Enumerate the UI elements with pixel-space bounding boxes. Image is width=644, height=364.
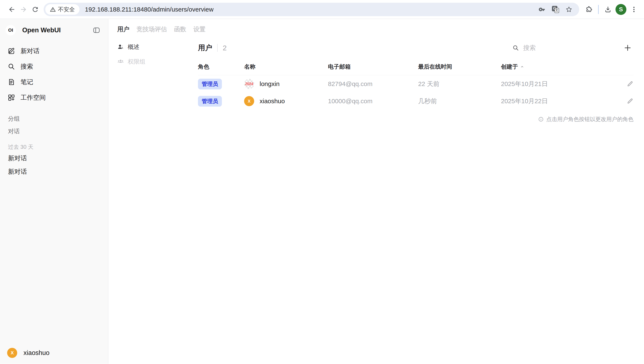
title-divider [217, 44, 218, 52]
plus-icon [624, 44, 632, 52]
user-avatar: X [244, 96, 254, 106]
col-created[interactable]: 创建于 [501, 63, 619, 71]
user-avatar: 2024 [244, 79, 254, 89]
user-created: 2025年10月22日 [501, 97, 619, 106]
download-icon[interactable] [602, 4, 614, 15]
sidebar-item-label: 笔记 [20, 78, 33, 87]
sidebar-item-chats[interactable]: 对话 [0, 125, 108, 138]
chat-history-item[interactable]: 新对话 [0, 151, 108, 165]
notes-icon [8, 78, 15, 86]
info-icon [538, 116, 544, 122]
user-email: 82794@qq.com [328, 80, 418, 88]
sidebar-toggle-icon[interactable] [92, 26, 101, 35]
admin-panel: 用户 竞技场评估 函数 设置 概述 权限组 用户 2 [108, 19, 644, 364]
col-role[interactable]: 角色 [198, 63, 244, 71]
col-email[interactable]: 电子邮箱 [328, 63, 418, 71]
sidebar-item-label: 工作空间 [20, 93, 46, 102]
reload-icon[interactable] [29, 4, 41, 15]
warning-icon [50, 7, 56, 12]
user-email: 10000@qq.com [328, 98, 418, 105]
sidebar-user-menu[interactable]: X xiaoshuo [4, 346, 104, 360]
col-last-active[interactable]: 最后在线时间 [418, 63, 501, 71]
forward-icon[interactable] [18, 4, 29, 15]
password-key-icon[interactable] [536, 4, 548, 15]
user-group-icon [117, 58, 124, 65]
users-panel: 用户 2 角色 名称 电子邮箱 [198, 42, 634, 123]
table-row[interactable]: 管理员 2024 longxin 82794@qq.com 22 天前 2025… [198, 75, 634, 93]
table-header: 角色 名称 电子邮箱 最后在线时间 创建于 [198, 63, 634, 75]
role-badge[interactable]: 管理员 [198, 96, 222, 107]
chat-history-item[interactable]: 新对话 [0, 165, 108, 178]
history-period-label: 过去 30 天 [0, 142, 108, 151]
bookmark-star-icon[interactable] [563, 4, 574, 15]
address-bar[interactable]: 不安全 192.168.188.211:18480/admin/users/ov… [44, 3, 579, 16]
tab-settings[interactable]: 设置 [193, 25, 206, 34]
tab-evaluations[interactable]: 竞技场评估 [136, 25, 167, 34]
users-subnav: 概述 权限组 [117, 42, 198, 123]
subnav-overview[interactable]: 概述 [117, 42, 198, 52]
openwebui-logo: OI [6, 25, 16, 36]
security-label: 不安全 [58, 6, 75, 13]
app-title: Open WebUI [22, 27, 92, 34]
edit-user-button[interactable] [619, 98, 634, 105]
user-name: longxin [260, 80, 280, 88]
pencil-icon [626, 80, 634, 88]
sidebar-item-new-chat[interactable]: 新对话 [0, 43, 108, 59]
sort-asc-icon [520, 65, 524, 69]
table-row[interactable]: 管理员 X xiaoshuo 10000@qq.com 几秒前 2025年10月… [198, 93, 634, 110]
tab-users[interactable]: 用户 [117, 25, 130, 34]
user-created: 2025年10月21日 [501, 80, 619, 88]
user-icon [117, 44, 124, 50]
search-icon [512, 45, 519, 51]
user-count: 2 [223, 44, 227, 52]
subnav-permission-groups[interactable]: 权限组 [117, 57, 198, 67]
security-chip[interactable]: 不安全 [45, 4, 80, 15]
translate-icon[interactable]: G 文 [550, 4, 561, 15]
toolbar-divider [598, 5, 599, 14]
search-icon [8, 63, 15, 70]
edit-user-button[interactable] [619, 80, 634, 88]
role-change-hint: 点击用户角色按钮以更改用户的角色 [198, 116, 634, 123]
menu-kebab-icon[interactable] [628, 4, 640, 15]
sidebar-item-workspace[interactable]: 工作空间 [0, 90, 108, 105]
new-chat-icon [8, 47, 15, 55]
search-input[interactable] [523, 44, 592, 51]
tab-functions[interactable]: 函数 [174, 25, 186, 34]
user-name: xiaoshuo [260, 98, 285, 105]
url-text[interactable]: 192.168.188.211:18480/admin/users/overvi… [85, 6, 534, 13]
sidebar-item-groups[interactable]: 分组 [0, 112, 108, 125]
user-name: xiaoshuo [24, 349, 50, 357]
back-icon[interactable] [6, 4, 18, 15]
users-table: 角色 名称 电子邮箱 最后在线时间 创建于 管理员 [198, 63, 634, 123]
user-last-active: 几秒前 [418, 97, 501, 106]
col-name[interactable]: 名称 [244, 63, 328, 71]
workspace-icon [8, 94, 15, 101]
pencil-icon [626, 98, 634, 105]
panel-title: 用户 [198, 43, 212, 53]
sidebar-item-label: 搜索 [20, 62, 33, 71]
sidebar-item-search[interactable]: 搜索 [0, 59, 108, 74]
sidebar: OI Open WebUI 新对话 搜索 笔记 工作空间 [0, 19, 108, 364]
extensions-icon[interactable] [583, 4, 595, 15]
user-last-active: 22 天前 [418, 80, 501, 88]
add-user-button[interactable] [622, 42, 634, 54]
admin-tabs: 用户 竞技场评估 函数 设置 [117, 25, 634, 34]
user-avatar: X [7, 348, 17, 358]
browser-actions: S [583, 4, 640, 15]
user-search [512, 44, 592, 51]
role-badge[interactable]: 管理员 [198, 79, 222, 89]
sidebar-item-label: 新对话 [20, 47, 40, 55]
sidebar-item-notes[interactable]: 笔记 [0, 74, 108, 90]
browser-profile-avatar[interactable]: S [616, 4, 626, 15]
browser-toolbar: 不安全 192.168.188.211:18480/admin/users/ov… [0, 0, 644, 19]
